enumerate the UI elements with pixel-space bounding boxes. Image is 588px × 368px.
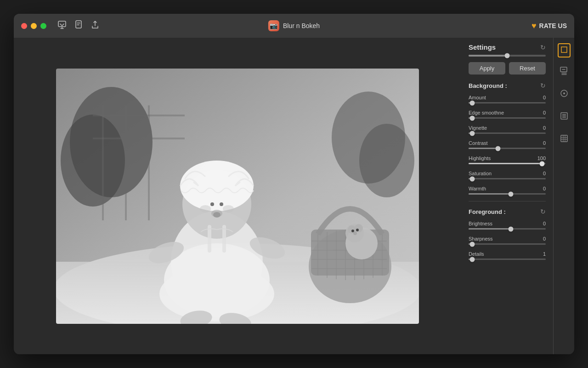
saturation-slider-row: Saturation 0	[469, 171, 546, 179]
heart-icon: ♥	[531, 21, 537, 31]
apply-button[interactable]: Apply	[469, 62, 505, 75]
crop-tool-button[interactable]	[558, 43, 571, 58]
svg-rect-10	[93, 115, 185, 116]
warmth-slider-row: Warmth 0	[469, 186, 546, 195]
svg-point-32	[351, 230, 354, 232]
brightness-value: 0	[537, 221, 546, 226]
details-value: 1	[537, 251, 546, 257]
svg-rect-9	[148, 105, 150, 220]
edge-smoothness-slider[interactable]	[469, 117, 546, 119]
saturation-value: 0	[537, 171, 546, 176]
svg-point-43	[180, 161, 254, 211]
saturation-slider[interactable]	[469, 178, 546, 179]
apply-reset-row: Apply Reset	[469, 62, 546, 75]
rate-us-label: RATE US	[539, 22, 567, 29]
svg-point-56	[563, 92, 565, 94]
amount-slider[interactable]	[469, 102, 546, 104]
foreground-label: Foreground :	[469, 208, 506, 215]
saturation-label: Saturation	[469, 171, 492, 176]
contrast-value: 0	[537, 140, 546, 146]
warmth-value: 0	[537, 186, 546, 191]
brightness-slider[interactable]	[469, 228, 546, 230]
section-divider	[469, 201, 546, 201]
background-refresh-icon[interactable]: ↻	[540, 82, 546, 89]
reset-button[interactable]: Reset	[509, 62, 546, 75]
warmth-slider[interactable]	[469, 193, 546, 195]
settings-header: Settings ↻	[469, 43, 546, 51]
export-icon[interactable]	[90, 20, 100, 32]
document-icon[interactable]	[74, 20, 83, 32]
edge-smoothness-slider-row: Edge smoothne 0	[469, 110, 546, 119]
sharpness-slider[interactable]	[469, 243, 546, 245]
sharpness-slider-row: Sharpness 0	[469, 236, 546, 245]
settings-scroll[interactable]: Settings ↻ Apply Reset Background : ↻	[461, 38, 553, 354]
background-section-header: Background : ↻	[469, 82, 546, 89]
highlights-slider-row: Highlights 100	[469, 155, 546, 164]
canvas-area	[14, 38, 461, 354]
contrast-label: Contrast	[469, 140, 488, 146]
svg-rect-8	[125, 105, 127, 220]
settings-refresh-icon[interactable]: ↻	[540, 44, 546, 51]
amount-label: Amount	[469, 95, 486, 100]
svg-point-6	[61, 115, 125, 207]
svg-point-45	[220, 202, 223, 206]
vignette-slider[interactable]	[469, 132, 546, 134]
app-title: 📷 Blur n Bokeh	[268, 20, 320, 31]
highlights-label: Highlights	[469, 155, 491, 161]
details-slider[interactable]	[469, 259, 546, 260]
settings-title: Settings	[469, 43, 496, 51]
photo-display	[56, 69, 419, 324]
details-slider-row: Details 1	[469, 251, 546, 260]
brightness-slider-row: Brightness 0	[469, 221, 546, 230]
svg-point-31	[355, 224, 363, 232]
edge-smoothness-label: Edge smoothne	[469, 110, 504, 115]
svg-point-34	[353, 231, 357, 235]
traffic-lights	[21, 23, 46, 29]
close-button[interactable]	[21, 23, 27, 29]
amount-slider-row: Amount 0	[469, 95, 546, 104]
import-icon[interactable]	[57, 20, 67, 32]
settings-panel: Settings ↻ Apply Reset Background : ↻	[461, 38, 553, 354]
svg-point-13	[359, 124, 414, 197]
svg-point-48	[200, 205, 211, 213]
grid-tool-button[interactable]	[557, 132, 571, 148]
highlights-value: 100	[537, 155, 546, 161]
svg-point-49	[223, 205, 234, 213]
svg-point-47	[213, 212, 220, 218]
warmth-label: Warmth	[469, 186, 486, 191]
foreground-refresh-icon[interactable]: ↻	[540, 208, 546, 215]
vignette-slider-row: Vignette 0	[469, 125, 546, 134]
zoom-tool-button[interactable]	[557, 64, 571, 80]
image-container	[56, 69, 419, 324]
app-window: 📷 Blur n Bokeh ♥ RATE US	[14, 14, 574, 354]
toolbar	[57, 20, 100, 32]
contrast-slider[interactable]	[469, 148, 546, 149]
svg-point-33	[356, 229, 359, 231]
app-title-text: Blur n Bokeh	[283, 22, 320, 29]
sharpness-value: 0	[537, 236, 546, 242]
minimize-button[interactable]	[31, 23, 37, 29]
maximize-button[interactable]	[40, 23, 46, 29]
vignette-label: Vignette	[469, 125, 487, 131]
circle-tool-button[interactable]	[557, 86, 571, 103]
svg-point-37	[159, 266, 274, 322]
photo-svg	[56, 69, 419, 324]
list-tool-button[interactable]	[557, 109, 571, 125]
svg-rect-7	[102, 105, 104, 220]
svg-rect-52	[561, 47, 567, 52]
main-content: Settings ↻ Apply Reset Background : ↻	[14, 38, 574, 354]
foreground-section-header: Foreground : ↻	[469, 208, 546, 215]
svg-rect-1	[76, 21, 81, 28]
details-label: Details	[469, 251, 484, 257]
vignette-value: 0	[537, 125, 546, 131]
main-slider[interactable]	[469, 55, 546, 57]
background-label: Background :	[469, 82, 507, 89]
svg-point-44	[210, 202, 214, 206]
rate-us-button[interactable]: ♥ RATE US	[531, 21, 567, 31]
titlebar: 📷 Blur n Bokeh ♥ RATE US	[14, 14, 574, 38]
highlights-slider[interactable]	[469, 163, 546, 164]
svg-rect-11	[93, 138, 185, 139]
edge-smoothness-value: 0	[537, 110, 546, 115]
sharpness-label: Sharpness	[469, 236, 493, 242]
svg-rect-61	[561, 135, 567, 142]
